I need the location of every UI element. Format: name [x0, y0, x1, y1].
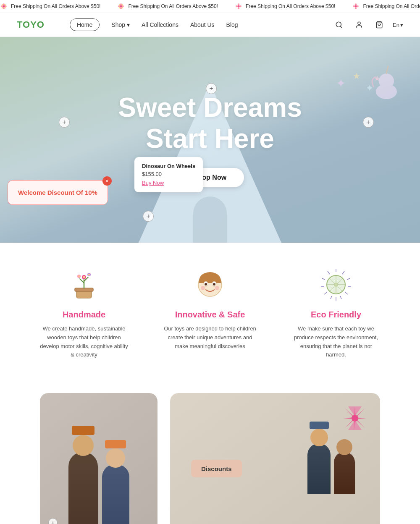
announcement-item: Free Shipping On All Orders Above $50! [117, 3, 218, 10]
svg-point-23 [355, 5, 357, 7]
nav-about-us[interactable]: About Us [190, 21, 215, 28]
user-icon [355, 21, 363, 29]
svg-point-42 [379, 73, 394, 89]
svg-point-54 [88, 274, 90, 275]
svg-point-27 [357, 5, 359, 8]
buy-now-button[interactable]: Buy Now [142, 180, 164, 186]
feature-handmade: Handmade We create handmade, sustainable… [38, 268, 130, 359]
svg-point-8 [4, 7, 6, 8]
hotspot-right[interactable]: + [363, 117, 374, 128]
feature-innovative: Innovative & Safe Our toys are designed … [164, 268, 256, 359]
svg-point-86 [352, 415, 358, 422]
svg-point-52 [78, 275, 80, 277]
feature-innovative-title: Innovative & Safe [164, 310, 256, 320]
announcement-text: Free Shipping On All Orders Above $50! [363, 3, 420, 9]
svg-point-5 [2, 4, 3, 6]
product-name: Dinosaur On Wheels [142, 163, 195, 169]
logo[interactable]: TOYO [17, 19, 45, 30]
announcement-item: Free Shipping On All Orders Above $50! [0, 3, 100, 10]
nav-all-collections[interactable]: All Collections [142, 21, 178, 28]
nav-shop[interactable]: Shop ▾ [111, 21, 130, 28]
eco-icon [319, 268, 353, 301]
hotspot-card-left[interactable]: + [48, 518, 58, 524]
svg-text:★: ★ [353, 71, 360, 81]
teepee-door [193, 196, 227, 243]
chevron-down-icon: ▾ [400, 22, 403, 28]
welcome-popup-text: Welcome Discount Of 10% [18, 188, 97, 197]
svg-line-78 [322, 278, 325, 280]
hotspot-left[interactable]: + [59, 117, 70, 128]
svg-line-73 [340, 296, 341, 299]
feature-eco: Eco Friendly We make sure that each toy … [290, 268, 382, 359]
svg-line-76 [324, 292, 327, 294]
spiky-star-decoration [342, 406, 368, 431]
svg-point-17 [122, 7, 123, 8]
svg-point-59 [213, 283, 215, 286]
feature-eco-desc: We make sure that each toy we produce re… [290, 325, 382, 359]
svg-line-79 [328, 271, 330, 274]
handmade-icon [67, 268, 101, 301]
svg-point-16 [119, 7, 121, 8]
innovative-icon [193, 268, 227, 301]
announcement-text: Free Shipping On All Orders Above $50! [246, 3, 335, 9]
unicorn-decoration [370, 62, 403, 106]
svg-point-19 [238, 3, 240, 5]
product-price: $155.00 [142, 171, 195, 177]
feature-handmade-desc: We create handmade, sustainable wooden t… [38, 325, 130, 359]
nav-icons: En ▾ [332, 18, 403, 31]
hotspot-top[interactable]: + [206, 83, 217, 94]
svg-line-75 [331, 296, 332, 299]
svg-point-24 [355, 3, 357, 5]
language-button[interactable]: En ▾ [393, 22, 403, 28]
svg-point-26 [353, 5, 355, 8]
collection-card-left: + [40, 393, 158, 524]
feature-eco-title: Eco Friendly [290, 310, 382, 320]
svg-point-22 [239, 5, 242, 8]
chevron-down-icon: ▾ [127, 21, 130, 28]
search-button[interactable] [332, 18, 346, 31]
feature-handmade-title: Handmade [38, 310, 130, 320]
svg-point-57 [205, 283, 207, 286]
svg-point-35 [358, 22, 360, 24]
svg-point-50 [83, 276, 85, 278]
welcome-discount-popup: ✕ Welcome Discount Of 10% [8, 180, 108, 205]
svg-point-60 [201, 286, 205, 290]
account-button[interactable] [352, 18, 366, 31]
svg-line-69 [342, 271, 344, 274]
svg-point-33 [336, 22, 341, 27]
svg-text:✦: ✦ [336, 77, 346, 90]
svg-point-61 [215, 286, 219, 290]
svg-point-20 [238, 7, 240, 9]
features-section: Handmade We create handmade, sustainable… [0, 243, 420, 385]
svg-line-34 [341, 26, 342, 27]
svg-point-6 [4, 4, 6, 6]
svg-point-21 [236, 5, 238, 8]
hero-title: Sweet Dreams Start Here [118, 92, 302, 154]
nav-links: Home Shop ▾ All Collections About Us Blo… [70, 18, 332, 31]
discounts-badge[interactable]: Discounts [191, 460, 242, 477]
search-icon [335, 21, 343, 29]
svg-point-67 [334, 283, 338, 287]
product-popup: Dinosaur On Wheels $155.00 Buy Now [134, 157, 203, 192]
nav-home[interactable]: Home [70, 18, 100, 31]
announcement-item: Free Shipping On All Orders Above $50! [235, 3, 335, 10]
svg-point-14 [119, 4, 121, 6]
svg-line-70 [347, 278, 350, 280]
announcement-item: Free Shipping On All Orders Above $50! [352, 3, 420, 10]
announcement-scroll: Free Shipping On All Orders Above $50! F… [0, 3, 420, 10]
svg-point-25 [355, 7, 357, 9]
cart-icon [375, 21, 383, 29]
hotspot-bottom[interactable]: + [143, 211, 154, 222]
collections-section: + Discounts [0, 385, 420, 524]
cart-button[interactable] [373, 18, 386, 31]
collection-card-right: Discounts + [170, 393, 380, 524]
announcement-bar: Free Shipping On All Orders Above $50! F… [0, 0, 420, 13]
nav-blog[interactable]: Blog [226, 21, 238, 28]
announcement-text: Free Shipping On All Orders Above $50! [11, 3, 100, 9]
svg-line-47 [80, 279, 84, 283]
svg-point-7 [2, 7, 3, 8]
feature-innovative-desc: Our toys are designed to help children c… [164, 325, 256, 351]
navbar: TOYO Home Shop ▾ All Collections About U… [0, 13, 420, 37]
close-popup-button[interactable]: ✕ [102, 176, 112, 186]
svg-point-18 [237, 5, 239, 7]
